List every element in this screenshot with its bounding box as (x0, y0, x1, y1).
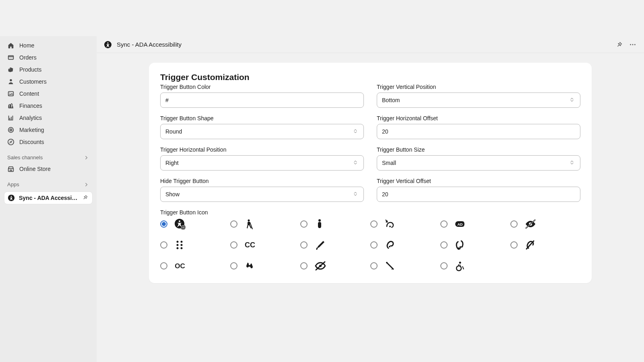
sidebar-item-customers[interactable]: Customers (3, 76, 93, 88)
field-hide-trigger-button: Hide Trigger Button Show (160, 178, 364, 202)
icon-option-closed-captions-icon[interactable] (230, 239, 300, 251)
icon-option-open-captions-icon[interactable] (160, 260, 230, 272)
sidebar: Home Orders Products Customers Content F… (0, 36, 97, 362)
pin-icon[interactable] (82, 194, 89, 202)
blind-cane-icon (244, 218, 256, 230)
chevron-right-icon (84, 155, 89, 160)
sidebar-item-discounts[interactable]: Discounts (3, 136, 93, 148)
trigger-vertical-offset-input[interactable]: 20 (377, 187, 580, 202)
pin-button[interactable] (615, 41, 623, 49)
trigger-button-color-input[interactable]: # (160, 93, 364, 108)
section-apps[interactable]: Apps (3, 175, 93, 190)
more-button[interactable] (629, 41, 637, 49)
field-label: Trigger Button Icon (160, 209, 580, 216)
radio[interactable] (510, 241, 518, 249)
icon-option-ear-slash-icon[interactable] (510, 239, 580, 251)
trigger-button-size-select[interactable]: Small (377, 155, 580, 171)
radio[interactable] (160, 220, 167, 228)
radio[interactable] (370, 220, 378, 228)
icon-option-audio-description-icon[interactable] (440, 218, 510, 230)
crutch-icon (314, 239, 326, 251)
accessibility-person-gear-icon (174, 218, 186, 230)
icon-option-crutch-icon[interactable] (300, 239, 370, 251)
sidebar-item-label: Home (19, 42, 34, 49)
select-value: Show (165, 191, 180, 197)
radio[interactable] (160, 262, 167, 269)
icon-option-headset-icon[interactable] (440, 239, 510, 251)
radio[interactable] (300, 220, 308, 228)
sidebar-item-finances[interactable]: Finances (3, 100, 93, 112)
icon-option-blind-cane-icon[interactable] (230, 218, 300, 230)
icon-option-assistive-listening-icon[interactable] (370, 218, 440, 230)
trigger-horizontal-position-select[interactable]: Right (160, 155, 364, 171)
wheelchair-icon (454, 260, 466, 272)
radio[interactable] (230, 262, 237, 269)
select-arrows-icon (353, 160, 359, 166)
pinned-app-sync-ada[interactable]: Sync - ADA Accessibi... (4, 191, 93, 204)
field-label: Trigger Button Size (377, 146, 580, 153)
section-label: Sales channels (7, 154, 43, 160)
sidebar-item-label: Discounts (19, 139, 44, 145)
radio[interactable] (300, 262, 308, 269)
field-trigger-horizontal-position: Trigger Horizontal Position Right (160, 146, 364, 171)
open-captions-icon (174, 260, 186, 272)
sidebar-item-marketing[interactable]: Marketing (3, 124, 93, 136)
radio[interactable] (230, 241, 237, 249)
hide-trigger-button-select[interactable]: Show (160, 187, 364, 202)
main: Sync - ADA Accessibility Trigger Customi… (97, 36, 644, 362)
icon-option-ear-icon[interactable] (370, 239, 440, 251)
sidebar-item-home[interactable]: Home (3, 39, 93, 51)
radio[interactable] (160, 241, 167, 249)
sidebar-item-products[interactable]: Products (3, 64, 93, 76)
pinned-app-label: Sync - ADA Accessibi... (19, 195, 78, 201)
icon-option-low-vision-icon[interactable] (300, 260, 370, 272)
content-icon (7, 90, 14, 97)
icon-option-wheelchair-icon[interactable] (440, 260, 510, 272)
closed-captions-icon (244, 239, 256, 251)
radio[interactable] (510, 220, 518, 228)
sidebar-item-label: Finances (19, 103, 42, 109)
select-arrows-icon (353, 129, 359, 134)
section-sales-channels[interactable]: Sales channels (3, 148, 93, 163)
sidebar-item-orders[interactable]: Orders (3, 51, 93, 64)
sidebar-item-analytics[interactable]: Analytics (3, 112, 93, 124)
finances-icon (7, 102, 14, 109)
icon-option-braille-icon[interactable] (160, 239, 230, 251)
radio[interactable] (370, 241, 378, 249)
input-value: 20 (382, 191, 388, 197)
sidebar-item-label: Orders (19, 54, 37, 61)
trigger-button-shape-select[interactable]: Round (160, 124, 364, 139)
sidebar-item-label: Content (19, 90, 39, 97)
person-icon (314, 218, 326, 230)
radio[interactable] (440, 241, 448, 249)
radio[interactable] (300, 241, 308, 249)
sidebar-item-label: Customers (19, 78, 47, 85)
home-icon (7, 42, 14, 49)
page-title: Sync - ADA Accessibility (117, 41, 182, 48)
icon-option-probing-cane-icon[interactable] (370, 260, 440, 272)
discounts-icon (7, 138, 14, 146)
accessibility-app-icon (8, 194, 15, 202)
orders-icon (7, 54, 14, 61)
radio[interactable] (440, 220, 448, 228)
field-label: Trigger Vertical Offset (377, 178, 580, 184)
input-value: # (165, 97, 169, 103)
products-icon (7, 66, 14, 73)
icon-option-eye-slash-icon[interactable] (510, 218, 580, 230)
sidebar-item-online-store[interactable]: Online Store (3, 163, 93, 175)
section-label: Apps (7, 181, 19, 187)
trigger-horizontal-offset-input[interactable]: 20 (377, 124, 580, 139)
radio[interactable] (230, 220, 237, 228)
trigger-vertical-position-select[interactable]: Bottom (377, 93, 580, 108)
icon-option-accessibility-person-gear-icon[interactable] (160, 218, 230, 230)
sidebar-item-label: Products (19, 66, 41, 73)
icon-option-sign-language-icon[interactable] (230, 260, 300, 272)
radio[interactable] (370, 262, 378, 269)
radio[interactable] (440, 262, 448, 269)
sidebar-item-label: Marketing (19, 127, 44, 133)
icon-option-person-icon[interactable] (300, 218, 370, 230)
ear-icon (384, 239, 396, 251)
sign-language-icon (244, 260, 256, 272)
sidebar-item-content[interactable]: Content (3, 88, 93, 100)
audio-description-icon (454, 218, 466, 230)
